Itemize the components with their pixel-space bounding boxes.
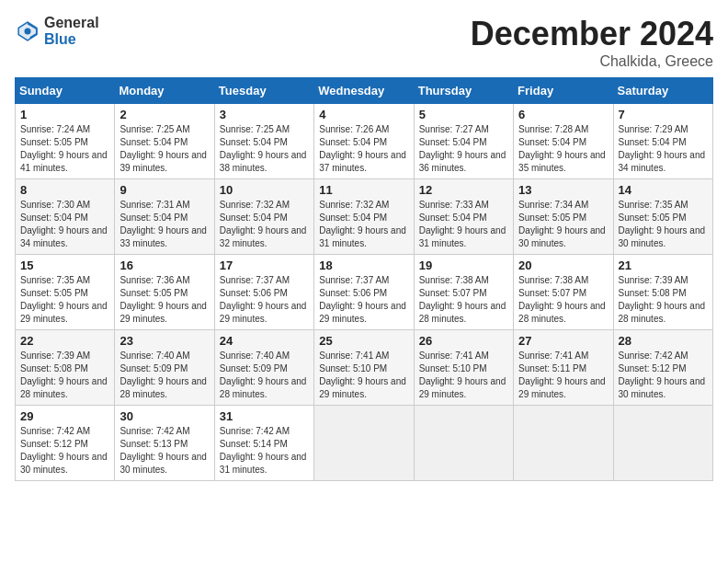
day-number: 16	[119, 259, 209, 272]
day-info: Sunrise: 7:35 AMSunset: 5:05 PMDaylight:…	[619, 200, 706, 248]
day-number: 9	[119, 183, 209, 197]
day-number: 4	[319, 108, 408, 121]
table-row: 28 Sunrise: 7:42 AMSunset: 5:12 PMDaylig…	[613, 330, 712, 406]
day-number: 7	[619, 108, 708, 121]
table-row: 14 Sunrise: 7:35 AMSunset: 5:05 PMDaylig…	[613, 179, 712, 255]
logo-general: General	[44, 15, 99, 31]
col-tuesday: Tuesday	[214, 78, 313, 104]
logo-blue: Blue	[44, 31, 99, 48]
calendar-week-row: 15 Sunrise: 7:35 AMSunset: 5:05 PMDaylig…	[16, 255, 713, 330]
day-number: 27	[518, 334, 608, 348]
day-info: Sunrise: 7:38 AMSunset: 5:07 PMDaylight:…	[419, 275, 506, 324]
day-number: 19	[419, 259, 508, 272]
day-info: Sunrise: 7:42 AMSunset: 5:12 PMDaylight:…	[20, 426, 108, 475]
day-number: 17	[220, 259, 309, 272]
day-info: Sunrise: 7:41 AMSunset: 5:10 PMDaylight:…	[419, 350, 506, 399]
month-title: December 2024	[471, 15, 713, 53]
location-subtitle: Chalkida, Greece	[471, 53, 713, 70]
col-sunday: Sunday	[16, 78, 115, 104]
table-row: 31 Sunrise: 7:42 AMSunset: 5:14 PMDaylig…	[214, 406, 313, 481]
table-row: 3 Sunrise: 7:25 AMSunset: 5:04 PMDayligh…	[214, 104, 313, 179]
day-number: 31	[220, 409, 309, 423]
day-number: 20	[518, 259, 608, 272]
day-number: 24	[220, 334, 309, 348]
logo-text: General Blue	[44, 15, 99, 47]
day-number: 15	[20, 259, 109, 272]
table-row: 9 Sunrise: 7:31 AMSunset: 5:04 PMDayligh…	[115, 179, 214, 255]
calendar-table: Sunday Monday Tuesday Wednesday Thursday…	[15, 77, 713, 481]
svg-point-2	[25, 28, 31, 34]
table-row: 7 Sunrise: 7:29 AMSunset: 5:04 PMDayligh…	[613, 104, 712, 179]
day-info: Sunrise: 7:30 AMSunset: 5:04 PMDaylight:…	[20, 200, 108, 248]
day-number: 22	[20, 334, 109, 348]
table-row: 20 Sunrise: 7:38 AMSunset: 5:07 PMDaylig…	[514, 255, 613, 330]
day-info: Sunrise: 7:41 AMSunset: 5:11 PMDaylight:…	[518, 350, 606, 399]
day-number: 18	[319, 259, 408, 272]
day-info: Sunrise: 7:25 AMSunset: 5:04 PMDaylight:…	[119, 124, 207, 173]
title-block: December 2024 Chalkida, Greece	[471, 15, 713, 70]
day-info: Sunrise: 7:40 AMSunset: 5:09 PMDaylight:…	[220, 350, 307, 399]
table-row: 30 Sunrise: 7:42 AMSunset: 5:13 PMDaylig…	[115, 406, 214, 481]
day-info: Sunrise: 7:32 AMSunset: 5:04 PMDaylight:…	[319, 200, 406, 248]
table-row: 24 Sunrise: 7:40 AMSunset: 5:09 PMDaylig…	[214, 330, 313, 406]
table-row: 19 Sunrise: 7:38 AMSunset: 5:07 PMDaylig…	[414, 255, 513, 330]
table-row: 2 Sunrise: 7:25 AMSunset: 5:04 PMDayligh…	[115, 104, 214, 179]
day-info: Sunrise: 7:38 AMSunset: 5:07 PMDaylight:…	[518, 275, 606, 324]
day-number: 11	[319, 183, 408, 197]
col-wednesday: Wednesday	[314, 78, 414, 104]
day-info: Sunrise: 7:36 AMSunset: 5:05 PMDaylight:…	[119, 275, 207, 324]
day-info: Sunrise: 7:41 AMSunset: 5:10 PMDaylight:…	[319, 350, 406, 399]
day-number: 12	[419, 183, 508, 197]
table-row: 12 Sunrise: 7:33 AMSunset: 5:04 PMDaylig…	[414, 179, 513, 255]
calendar-header-row: Sunday Monday Tuesday Wednesday Thursday…	[16, 78, 713, 104]
logo-icon	[15, 18, 40, 44]
day-number: 29	[20, 409, 109, 423]
day-info: Sunrise: 7:39 AMSunset: 5:08 PMDaylight:…	[619, 275, 706, 324]
table-row: 11 Sunrise: 7:32 AMSunset: 5:04 PMDaylig…	[314, 179, 414, 255]
day-number: 2	[119, 108, 209, 121]
table-row: 15 Sunrise: 7:35 AMSunset: 5:05 PMDaylig…	[16, 255, 115, 330]
table-row: 5 Sunrise: 7:27 AMSunset: 5:04 PMDayligh…	[414, 104, 513, 179]
col-friday: Friday	[514, 78, 613, 104]
col-monday: Monday	[115, 78, 214, 104]
day-number: 26	[419, 334, 508, 348]
day-number: 8	[20, 183, 109, 197]
table-row: 4 Sunrise: 7:26 AMSunset: 5:04 PMDayligh…	[314, 104, 414, 179]
day-info: Sunrise: 7:24 AMSunset: 5:05 PMDaylight:…	[20, 124, 108, 173]
day-info: Sunrise: 7:35 AMSunset: 5:05 PMDaylight:…	[20, 275, 108, 324]
day-info: Sunrise: 7:42 AMSunset: 5:12 PMDaylight:…	[619, 350, 706, 399]
table-row	[514, 406, 613, 481]
table-row: 21 Sunrise: 7:39 AMSunset: 5:08 PMDaylig…	[613, 255, 712, 330]
day-info: Sunrise: 7:27 AMSunset: 5:04 PMDaylight:…	[419, 124, 506, 173]
table-row: 8 Sunrise: 7:30 AMSunset: 5:04 PMDayligh…	[16, 179, 115, 255]
table-row: 16 Sunrise: 7:36 AMSunset: 5:05 PMDaylig…	[115, 255, 214, 330]
day-number: 3	[220, 108, 309, 121]
table-row: 18 Sunrise: 7:37 AMSunset: 5:06 PMDaylig…	[314, 255, 414, 330]
day-number: 5	[419, 108, 508, 121]
calendar-week-row: 22 Sunrise: 7:39 AMSunset: 5:08 PMDaylig…	[16, 330, 713, 406]
day-info: Sunrise: 7:42 AMSunset: 5:13 PMDaylight:…	[119, 426, 207, 475]
calendar-week-row: 1 Sunrise: 7:24 AMSunset: 5:05 PMDayligh…	[16, 104, 713, 179]
day-info: Sunrise: 7:42 AMSunset: 5:14 PMDaylight:…	[220, 426, 307, 475]
day-info: Sunrise: 7:31 AMSunset: 5:04 PMDaylight:…	[119, 200, 207, 248]
page-header: General Blue December 2024 Chalkida, Gre…	[15, 15, 713, 70]
day-info: Sunrise: 7:32 AMSunset: 5:04 PMDaylight:…	[220, 200, 307, 248]
col-thursday: Thursday	[414, 78, 513, 104]
table-row	[414, 406, 513, 481]
table-row: 13 Sunrise: 7:34 AMSunset: 5:05 PMDaylig…	[514, 179, 613, 255]
day-number: 21	[619, 259, 708, 272]
day-number: 25	[319, 334, 408, 348]
day-info: Sunrise: 7:28 AMSunset: 5:04 PMDaylight:…	[518, 124, 606, 173]
table-row	[314, 406, 414, 481]
col-saturday: Saturday	[613, 78, 712, 104]
table-row: 1 Sunrise: 7:24 AMSunset: 5:05 PMDayligh…	[16, 104, 115, 179]
day-number: 14	[619, 183, 708, 197]
table-row: 26 Sunrise: 7:41 AMSunset: 5:10 PMDaylig…	[414, 330, 513, 406]
day-info: Sunrise: 7:29 AMSunset: 5:04 PMDaylight:…	[619, 124, 706, 173]
day-number: 13	[518, 183, 608, 197]
day-number: 6	[518, 108, 608, 121]
day-number: 28	[619, 334, 708, 348]
day-info: Sunrise: 7:40 AMSunset: 5:09 PMDaylight:…	[119, 350, 207, 399]
calendar-week-row: 29 Sunrise: 7:42 AMSunset: 5:12 PMDaylig…	[16, 406, 713, 481]
table-row: 23 Sunrise: 7:40 AMSunset: 5:09 PMDaylig…	[115, 330, 214, 406]
